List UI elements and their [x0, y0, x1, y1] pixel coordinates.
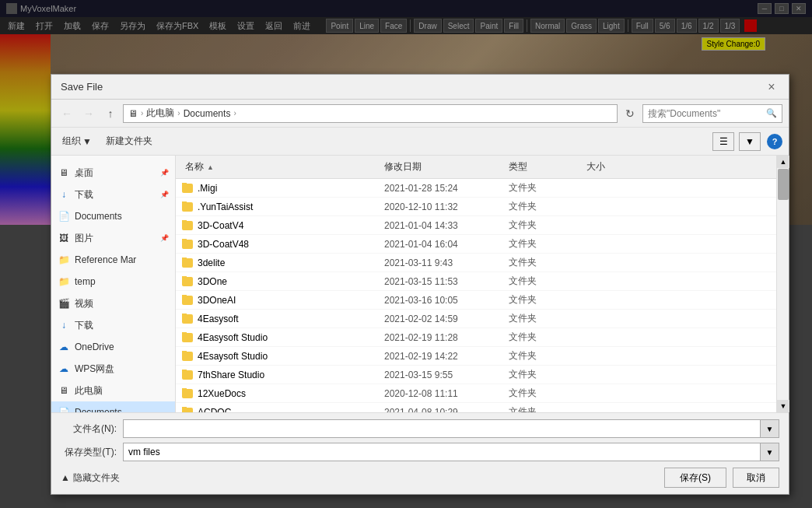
file-cell-name: 4Easysoft Studio: [176, 332, 378, 343]
sidebar-item-onedrive[interactable]: ☁ OneDrive: [51, 336, 175, 358]
file-row[interactable]: .YunTaiAssist 2020-12-10 11:32 文件夹: [176, 198, 776, 216]
save-file-dialog: Save File × ← → ↑ 🖥 › 此电脑 › Documents › …: [51, 74, 789, 495]
file-cell-date: 2020-12-10 11:32: [378, 201, 502, 212]
file-list-header: 名称 ▲ 修改日期 类型 大小: [176, 156, 776, 179]
breadcrumb-sep2: ›: [177, 109, 180, 117]
nav-back-button[interactable]: ←: [58, 104, 76, 123]
sidebar-label-videos: 视频: [75, 297, 93, 310]
pictures-icon: 🖼: [58, 232, 70, 244]
dialog-actions: ▲ 隐藏文件夹 保存(S) 取消: [61, 468, 779, 488]
breadcrumb-computer[interactable]: 此电脑: [146, 107, 174, 120]
dialog-title-bar: Save File ×: [51, 75, 789, 100]
file-cell-date: 2021-01-04 14:33: [378, 220, 502, 231]
file-name: 3delite: [198, 258, 225, 268]
file-cell-date: 2021-01-04 16:04: [378, 239, 502, 250]
file-row[interactable]: .Migi 2021-01-28 15:24 文件夹: [176, 179, 776, 198]
folder-icon: [182, 221, 193, 230]
search-input[interactable]: [648, 108, 766, 119]
file-row[interactable]: 3D-CoatV4 2021-01-04 14:33 文件夹: [176, 216, 776, 235]
sidebar-item-reference[interactable]: 📁 Reference Mar: [51, 249, 175, 271]
folder-icon: [182, 258, 193, 268]
dialog-title: Save File: [61, 81, 764, 93]
file-cell-name: 3delite: [176, 258, 378, 268]
file-row[interactable]: 12XueDocs 2020-12-08 11:11 文件夹: [176, 384, 776, 403]
sidebar-item-computer[interactable]: 🖥 此电脑: [51, 380, 175, 401]
file-name: 4Easysoft: [198, 314, 239, 324]
sidebar-item-documents-active[interactable]: 📄 Documents: [51, 401, 175, 412]
file-cell-type: 文件夹: [502, 256, 580, 269]
file-row[interactable]: 4Esaysoft Studio 2021-02-19 14:22 文件夹: [176, 347, 776, 366]
view-chevron-button[interactable]: ▼: [739, 132, 761, 151]
scroll-down-button[interactable]: ▼: [777, 400, 789, 412]
cancel-button[interactable]: 取消: [733, 468, 779, 488]
file-row[interactable]: 3D-CoatV48 2021-01-04 16:04 文件夹: [176, 235, 776, 254]
file-cell-name: 7thShare Studio: [176, 370, 378, 380]
refresh-button[interactable]: ↻: [621, 104, 639, 123]
file-cell-date: 2021-03-16 10:05: [378, 295, 502, 306]
documents-icon1: 📄: [58, 210, 70, 222]
new-folder-button[interactable]: 新建文件夹: [100, 131, 159, 151]
view-button[interactable]: ☰: [712, 132, 734, 151]
file-cell-name: 4Esaysoft Studio: [176, 351, 378, 362]
filetype-dropdown-button[interactable]: ▼: [761, 443, 779, 461]
sidebar-label-pictures: 图片: [75, 232, 93, 245]
sidebar-item-videos[interactable]: 🎬 视频: [51, 293, 175, 314]
dialog-close-button[interactable]: ×: [764, 79, 779, 95]
file-row[interactable]: ACDOC 2021-04-08 10:29 文件夹: [176, 403, 776, 412]
col-name[interactable]: 名称 ▲: [176, 159, 378, 175]
filename-input[interactable]: [123, 419, 761, 438]
nav-forward-button[interactable]: →: [79, 104, 98, 123]
file-row[interactable]: 4Easysoft Studio 2021-02-19 11:28 文件夹: [176, 328, 776, 347]
filename-label: 文件名(N):: [61, 422, 123, 436]
file-row[interactable]: 3DOneAI 2021-03-16 10:05 文件夹: [176, 291, 776, 310]
filename-dropdown-button[interactable]: ▼: [761, 419, 779, 438]
file-cell-date: 2021-01-28 15:24: [378, 183, 502, 194]
help-button[interactable]: ?: [767, 134, 782, 149]
dialog-nav-bar: ← → ↑ 🖥 › 此电脑 › Documents › ↻ 🔍: [51, 100, 789, 128]
sidebar-item-temp[interactable]: 📁 temp: [51, 271, 175, 293]
sidebar-item-download1[interactable]: ↓ 下载 📌: [51, 184, 175, 205]
onedrive-icon: ☁: [58, 341, 70, 353]
file-name: 4Esaysoft Studio: [198, 351, 268, 362]
file-cell-type: 文件夹: [502, 275, 580, 288]
file-cell-date: 2021-03-15 9:55: [378, 370, 502, 380]
save-button[interactable]: 保存(S): [664, 468, 726, 488]
file-cell-type: 文件夹: [502, 368, 580, 381]
scroll-thumb[interactable]: [778, 169, 789, 200]
file-cell-type: 文件夹: [502, 200, 580, 213]
sidebar-label-reference: Reference Mar: [75, 254, 136, 265]
col-date[interactable]: 修改日期: [378, 159, 502, 175]
filetype-label: 保存类型(T):: [61, 446, 123, 459]
file-cell-type: 文件夹: [502, 237, 580, 250]
file-cell-name: .Migi: [176, 183, 378, 194]
file-name: 3DOneAI: [198, 295, 236, 306]
file-name: 12XueDocs: [198, 388, 246, 399]
file-row[interactable]: 4Easysoft 2021-02-02 14:59 文件夹: [176, 310, 776, 328]
sidebar-label-onedrive: OneDrive: [75, 342, 114, 352]
file-cell-date: 2021-02-02 14:59: [378, 314, 502, 324]
sidebar-item-desktop[interactable]: 🖥 桌面 📌: [51, 162, 175, 184]
scrollbar[interactable]: ▲ ▼: [776, 156, 789, 412]
file-row[interactable]: 3DOne 2021-03-15 11:53 文件夹: [176, 272, 776, 291]
breadcrumb-documents[interactable]: Documents: [184, 108, 231, 119]
sidebar-item-pictures[interactable]: 🖼 图片 📌: [51, 227, 175, 249]
hide-folders-arrow: ▲: [61, 472, 70, 483]
scroll-up-button[interactable]: ▲: [777, 156, 789, 168]
file-row[interactable]: 7thShare Studio 2021-03-15 9:55 文件夹: [176, 366, 776, 384]
file-cell-name: .YunTaiAssist: [176, 201, 378, 212]
hide-folders-toggle[interactable]: ▲ 隐藏文件夹: [61, 471, 120, 485]
breadcrumb-sep1: ›: [141, 109, 143, 117]
sidebar-label-documents1: Documents: [75, 211, 122, 222]
breadcrumb-sep3: ›: [233, 109, 236, 117]
sidebar-item-wps[interactable]: ☁ WPS网盘: [51, 358, 175, 380]
file-name: .YunTaiAssist: [198, 201, 253, 212]
nav-up-button[interactable]: ↑: [101, 104, 120, 123]
sidebar-item-documents1[interactable]: 📄 Documents: [51, 205, 175, 227]
file-row[interactable]: 3delite 2021-03-11 9:43 文件夹: [176, 254, 776, 272]
sidebar-item-download2[interactable]: ↓ 下载: [51, 314, 175, 336]
file-cell-type: 文件夹: [502, 405, 580, 412]
download-icon1: ↓: [58, 188, 70, 201]
breadcrumb-bar: 🖥 › 此电脑 › Documents ›: [123, 104, 618, 123]
sidebar-label-computer: 此电脑: [75, 384, 103, 398]
organize-button[interactable]: 组织 ▼: [58, 131, 96, 151]
